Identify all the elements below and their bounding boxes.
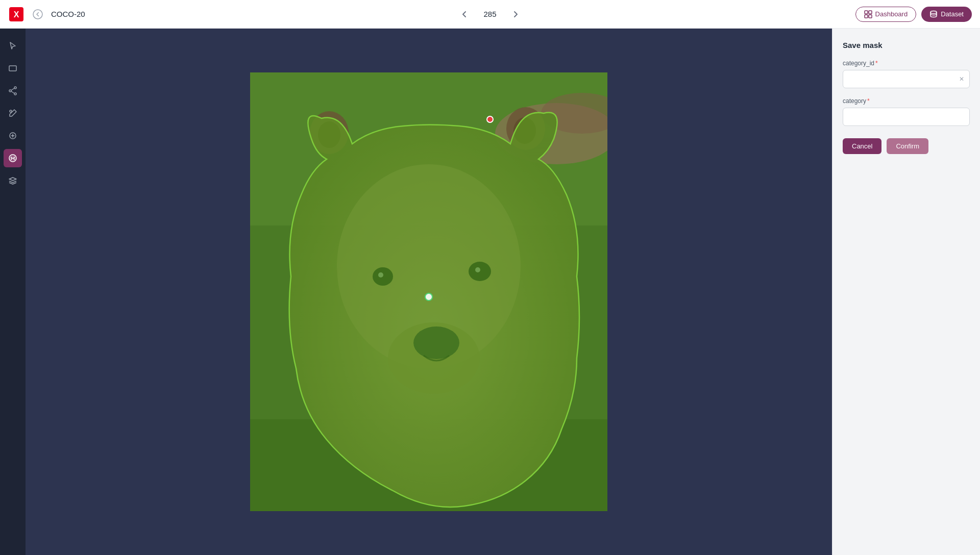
image-number: 285	[480, 10, 500, 18]
svg-point-2	[33, 10, 42, 19]
svg-point-35	[425, 293, 432, 300]
add-point-tool[interactable]	[4, 127, 22, 145]
svg-point-12	[10, 110, 12, 112]
image-container	[250, 72, 607, 511]
svg-point-16	[11, 157, 12, 158]
annotation-canvas[interactable]	[250, 72, 607, 511]
svg-point-17	[14, 157, 15, 158]
canvas-area[interactable]	[26, 29, 832, 555]
image-navigation: 285	[457, 7, 523, 21]
project-title: COCO-20	[51, 10, 85, 18]
category-field-group: category *	[843, 97, 970, 126]
app-logo[interactable]: X	[8, 6, 24, 22]
svg-point-34	[487, 116, 493, 122]
layers-tool[interactable]	[4, 171, 22, 190]
next-image-button[interactable]	[508, 7, 523, 21]
svg-rect-5	[865, 15, 868, 18]
panel-actions: Cancel Confirm	[843, 138, 970, 154]
dashboard-button[interactable]: Dashboard	[855, 7, 917, 22]
pointer-tool[interactable]	[4, 37, 22, 55]
category-id-input[interactable]: ✕	[843, 70, 970, 88]
dashboard-label: Dashboard	[875, 10, 908, 18]
dataset-label: Dataset	[941, 10, 964, 18]
cancel-button[interactable]: Cancel	[843, 138, 881, 154]
svg-rect-6	[869, 15, 872, 18]
left-toolbar	[0, 29, 26, 555]
header: X COCO-20 285	[0, 0, 980, 29]
back-button[interactable]	[31, 7, 45, 21]
header-actions: Dashboard Dataset	[855, 7, 972, 22]
rectangle-tool[interactable]	[4, 59, 22, 78]
category-input[interactable]	[843, 108, 970, 126]
svg-rect-4	[869, 11, 872, 14]
category-id-field-group: category_id * ✕	[843, 60, 970, 88]
category-id-label: category_id *	[843, 60, 970, 67]
category-label: category *	[843, 97, 970, 105]
confirm-button[interactable]: Confirm	[887, 138, 928, 154]
svg-text:X: X	[14, 10, 19, 19]
dataset-button[interactable]: Dataset	[921, 7, 972, 22]
svg-point-11	[14, 93, 16, 95]
panel-title: Save mask	[843, 41, 970, 49]
svg-point-14	[12, 135, 14, 137]
svg-point-10	[9, 90, 11, 92]
mask-tool[interactable]	[4, 149, 22, 167]
category-required: *	[867, 97, 870, 105]
right-panel: Save mask category_id * ✕ category *	[832, 29, 980, 555]
share-tool[interactable]	[4, 82, 22, 100]
main-content: Save mask category_id * ✕ category *	[0, 29, 980, 555]
svg-point-9	[14, 87, 16, 89]
svg-rect-8	[9, 66, 16, 71]
category-id-required: *	[875, 60, 878, 67]
svg-point-7	[930, 11, 937, 13]
prev-image-button[interactable]	[457, 7, 472, 21]
svg-rect-3	[865, 11, 868, 14]
pen-tool[interactable]	[4, 104, 22, 122]
category-id-clear[interactable]: ✕	[959, 75, 964, 83]
